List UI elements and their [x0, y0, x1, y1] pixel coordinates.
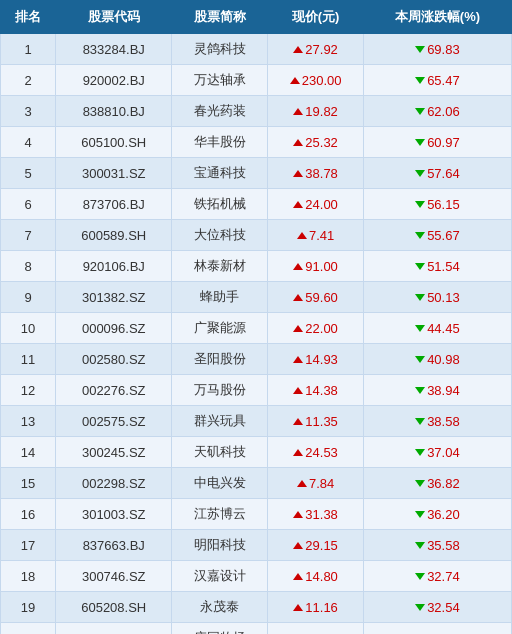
change-arrow-icon	[415, 108, 425, 115]
cell-change: 32.22	[363, 623, 511, 635]
cell-price: 14.93	[268, 344, 364, 375]
cell-price: 31.38	[268, 499, 364, 530]
cell-price: 14.80	[268, 561, 364, 592]
change-value: 32.54	[427, 600, 460, 615]
cell-rank: 8	[1, 251, 56, 282]
price-up-arrow-icon	[293, 108, 303, 115]
price-value: 24.53	[305, 445, 338, 460]
price-value: 7.41	[309, 228, 334, 243]
cell-name: 群兴玩具	[172, 406, 268, 437]
price-up-arrow-icon	[293, 573, 303, 580]
cell-change: 62.06	[363, 96, 511, 127]
price-up-arrow-icon	[293, 263, 303, 270]
cell-price: 25.32	[268, 127, 364, 158]
price-up-arrow-icon	[293, 387, 303, 394]
cell-rank: 4	[1, 127, 56, 158]
change-arrow-icon	[415, 46, 425, 53]
cell-code: 300245.SZ	[56, 437, 172, 468]
cell-code: 920002.BJ	[56, 65, 172, 96]
cell-code: 301382.SZ	[56, 282, 172, 313]
change-arrow-icon	[415, 356, 425, 363]
price-up-arrow-icon	[293, 542, 303, 549]
cell-code: 002910.SZ	[56, 623, 172, 635]
table-row: 20002910.SZ庄园牧场11.8632.22	[1, 623, 512, 635]
change-arrow-icon	[415, 604, 425, 611]
price-value: 11.86	[305, 631, 338, 635]
cell-price: 22.00	[268, 313, 364, 344]
col-name: 股票简称	[172, 1, 268, 34]
price-value: 11.16	[305, 600, 338, 615]
change-arrow-icon	[415, 511, 425, 518]
price-value: 25.32	[305, 135, 338, 150]
table-header-row: 排名 股票代码 股票简称 现价(元) 本周涨跌幅(%)	[1, 1, 512, 34]
cell-price: 11.86	[268, 623, 364, 635]
price-up-arrow-icon	[293, 511, 303, 518]
cell-change: 32.54	[363, 592, 511, 623]
cell-name: 万马股份	[172, 375, 268, 406]
cell-rank: 10	[1, 313, 56, 344]
table-row: 16301003.SZ江苏博云31.3836.20	[1, 499, 512, 530]
cell-name: 庄园牧场	[172, 623, 268, 635]
change-value: 57.64	[427, 166, 460, 181]
change-value: 55.67	[427, 228, 460, 243]
price-up-arrow-icon	[293, 449, 303, 456]
cell-price: 27.92	[268, 34, 364, 65]
price-value: 14.80	[305, 569, 338, 584]
cell-price: 29.15	[268, 530, 364, 561]
cell-change: 57.64	[363, 158, 511, 189]
cell-name: 铁拓机械	[172, 189, 268, 220]
change-value: 38.94	[427, 383, 460, 398]
change-value: 36.82	[427, 476, 460, 491]
cell-code: 002575.SZ	[56, 406, 172, 437]
cell-rank: 18	[1, 561, 56, 592]
table-row: 2920002.BJ万达轴承230.0065.47	[1, 65, 512, 96]
cell-name: 广聚能源	[172, 313, 268, 344]
cell-change: 50.13	[363, 282, 511, 313]
change-arrow-icon	[415, 77, 425, 84]
cell-code: 300746.SZ	[56, 561, 172, 592]
cell-code: 837663.BJ	[56, 530, 172, 561]
table-row: 10000096.SZ广聚能源22.0044.45	[1, 313, 512, 344]
cell-change: 38.58	[363, 406, 511, 437]
change-arrow-icon	[415, 139, 425, 146]
cell-rank: 16	[1, 499, 56, 530]
cell-name: 大位科技	[172, 220, 268, 251]
change-value: 35.58	[427, 538, 460, 553]
price-value: 24.00	[305, 197, 338, 212]
cell-name: 华丰股份	[172, 127, 268, 158]
cell-change: 51.54	[363, 251, 511, 282]
cell-name: 明阳科技	[172, 530, 268, 561]
price-value: 91.00	[305, 259, 338, 274]
cell-price: 11.35	[268, 406, 364, 437]
cell-change: 38.94	[363, 375, 511, 406]
change-value: 51.54	[427, 259, 460, 274]
price-value: 38.78	[305, 166, 338, 181]
cell-rank: 19	[1, 592, 56, 623]
price-up-arrow-icon	[293, 418, 303, 425]
price-up-arrow-icon	[293, 604, 303, 611]
cell-change: 37.04	[363, 437, 511, 468]
cell-code: 600589.SH	[56, 220, 172, 251]
table-row: 4605100.SH华丰股份25.3260.97	[1, 127, 512, 158]
change-value: 32.74	[427, 569, 460, 584]
cell-name: 江苏博云	[172, 499, 268, 530]
col-price: 现价(元)	[268, 1, 364, 34]
cell-rank: 12	[1, 375, 56, 406]
cell-change: 56.15	[363, 189, 511, 220]
table-row: 19605208.SH永茂泰11.1632.54	[1, 592, 512, 623]
cell-rank: 15	[1, 468, 56, 499]
price-value: 19.82	[305, 104, 338, 119]
cell-price: 14.38	[268, 375, 364, 406]
cell-code: 873706.BJ	[56, 189, 172, 220]
change-value: 44.45	[427, 321, 460, 336]
change-value: 62.06	[427, 104, 460, 119]
cell-name: 万达轴承	[172, 65, 268, 96]
price-up-arrow-icon	[293, 356, 303, 363]
change-value: 40.98	[427, 352, 460, 367]
cell-rank: 2	[1, 65, 56, 96]
cell-name: 汉嘉设计	[172, 561, 268, 592]
price-value: 27.92	[305, 42, 338, 57]
price-value: 230.00	[302, 73, 342, 88]
change-arrow-icon	[415, 542, 425, 549]
table-row: 3838810.BJ春光药装19.8262.06	[1, 96, 512, 127]
